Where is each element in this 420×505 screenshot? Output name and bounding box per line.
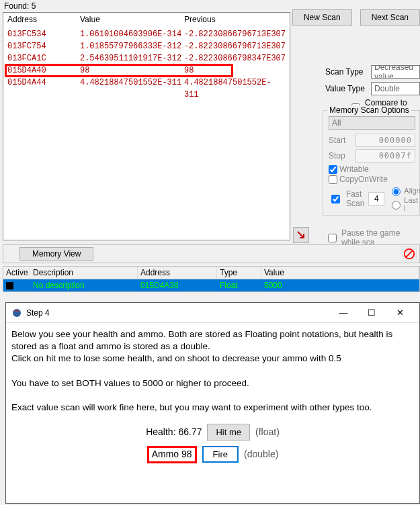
results-header: Address Value Previous [3,13,290,28]
row-address[interactable]: 015D4A38 [138,279,217,291]
window-title: Step 4 [26,308,329,318]
stop-label: Stop [329,151,355,160]
double-hint: (double) [244,448,278,461]
app-icon [11,308,22,318]
fastscan-value-input[interactable] [368,192,384,205]
fire-button[interactable]: Fire [202,446,239,463]
address-list-header: Active Description Address Type Value [3,267,419,279]
new-scan-button[interactable]: New Scan [292,9,352,26]
tutorial-text-4: Exact value scan will work fine here, bu… [11,402,414,414]
tutorial-window: Step 4 — ☐ ✕ Below you see your health a… [5,302,420,504]
fastscan-label: Fast Scan [346,189,364,208]
tutorial-text-1: Below you see your health and ammo. Both… [11,328,414,353]
row-value[interactable]: 5000 [261,279,419,291]
titlebar[interactable]: Step 4 — ☐ ✕ [6,303,419,323]
writable-label: Writable [339,165,369,174]
memory-region-dropdown[interactable]: All [329,116,415,130]
memory-scan-options-group: Memory Scan Options All Start 000000 Sto… [323,110,420,216]
cell-previous: -2.82230866796713E307 [184,40,286,52]
align-radio[interactable] [392,187,401,196]
scan-type-dropdown[interactable]: Decreased value [371,65,420,79]
result-row[interactable]: 013FCA1C2.54639511101917E-312-2.82230866… [3,52,290,64]
clear-list-button[interactable] [402,246,417,261]
result-row[interactable]: 013FC5341.06101004603906E-314-2.82230866… [3,28,290,40]
value-type-dropdown[interactable]: Double [371,82,420,95]
result-row[interactable]: 015D4A444.48218847501552E-3114.482188475… [3,77,290,101]
scan-type-label: Scan Type [325,67,371,77]
copyonwrite-checkbox[interactable] [329,175,337,184]
cell-previous: 98 [184,64,286,77]
col-type[interactable]: Type [217,267,261,279]
col-header-address[interactable]: Address [7,15,80,24]
stop-input[interactable]: 00007f [355,149,415,163]
cell-value: 98 [80,64,184,77]
arrow-down-right-icon [296,230,306,240]
fastscan-checkbox[interactable] [331,195,340,203]
cell-value: 2.54639511101917E-312 [80,52,184,64]
row-type[interactable]: Float [217,279,261,291]
align-label: Align [404,187,420,195]
cell-address: 013FCA1C [7,52,80,64]
col-header-value[interactable]: Value [80,15,184,24]
minimize-button[interactable]: — [329,304,358,322]
row-description[interactable]: No description [30,279,138,291]
result-row[interactable]: 015D4A409898 [3,64,290,77]
cell-value: 4.48218847501552E-311 [80,77,184,101]
col-active[interactable]: Active [3,267,30,279]
hit-me-button[interactable]: Hit me [207,424,250,441]
no-entry-icon [403,248,415,260]
toolbar-strip: Memory View [3,244,420,263]
cell-address: 015D4A40 [7,64,80,77]
next-scan-button[interactable]: Next Scan [360,9,420,26]
last-label: Last l [404,196,420,212]
memory-view-button[interactable]: Memory View [19,247,93,261]
float-hint: (float) [255,426,280,439]
col-header-previous[interactable]: Previous [184,15,286,24]
address-list-row[interactable]: No description 015D4A38 Float 5000 [3,279,419,291]
tutorial-text-2: Click on hit me to lose some health, and… [11,353,414,365]
cell-previous: -2.82230866798347E307 [184,52,286,64]
pause-game-checkbox[interactable] [328,234,337,242]
ammo-label: Ammo 98 [147,446,197,463]
found-count: Found: 5 [4,1,36,11]
tutorial-text-3: You have to set BOTH values to 5000 or h… [11,377,414,389]
address-list-table[interactable]: Active Description Address Type Value No… [3,266,420,292]
cell-value: 1.01855797966333E-312 [80,40,184,52]
memory-scan-options-title: Memory Scan Options [327,105,411,115]
result-row[interactable]: 013FC7541.01855797966333E-312-2.82230866… [3,40,290,52]
svg-line-1 [406,250,413,258]
cell-address: 015D4A44 [7,77,80,101]
cell-address: 013FC754 [7,40,80,52]
cell-address: 013FC534 [7,28,80,40]
active-checkbox[interactable] [6,282,13,289]
maximize-button[interactable]: ☐ [358,304,386,322]
close-button[interactable]: ✕ [386,304,414,322]
add-to-list-button[interactable] [293,227,309,243]
health-label: Health: 66.77 [146,426,202,439]
cell-previous: -2.82230866796713E307 [184,28,286,40]
start-label: Start [329,136,355,145]
col-address[interactable]: Address [138,267,217,279]
col-value[interactable]: Value [261,267,419,279]
scan-results-panel: Address Value Previous 013FC5341.0610100… [3,12,290,240]
col-description[interactable]: Description [30,267,138,279]
copyonwrite-label: CopyOnWrite [339,175,388,184]
cell-previous: 4.48218847501552E-311 [184,77,286,101]
value-type-label: Value Type [325,84,371,93]
writable-checkbox[interactable] [329,165,337,174]
last-radio[interactable] [392,201,401,210]
start-input[interactable]: 000000 [355,134,415,147]
cell-value: 1.06101004603906E-314 [80,28,184,40]
